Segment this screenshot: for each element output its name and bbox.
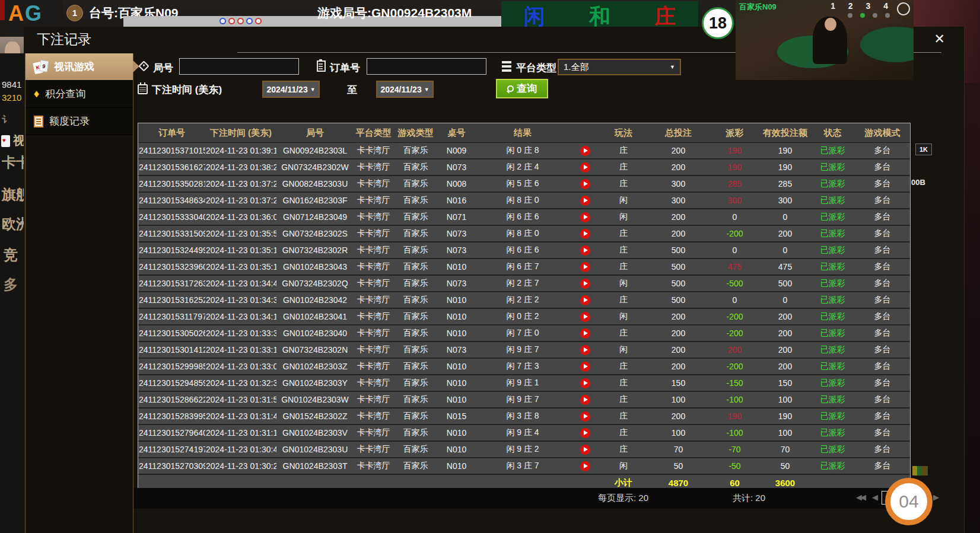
countdown-ball: 18 bbox=[702, 7, 734, 39]
valid-bet: 100 bbox=[760, 391, 810, 408]
table-no: N016 bbox=[438, 192, 475, 209]
valid-bet: 100 bbox=[760, 425, 810, 441]
total-bet: 100 bbox=[647, 425, 709, 441]
platform-type-select[interactable]: 1.全部 ▼ bbox=[558, 59, 681, 75]
replay bbox=[570, 308, 600, 325]
payout: -100 bbox=[709, 425, 760, 441]
order-no: 241123015294859 bbox=[138, 375, 205, 391]
replay-button[interactable] bbox=[580, 378, 590, 388]
records-table: 订单号下注时间 (美东)局号平台类型游戏类型桌号结果玩法总投注派彩有效投注额状态… bbox=[138, 123, 910, 508]
bet-time: 2024-11-23 01:33:37 bbox=[205, 325, 276, 341]
play-side: 闲 bbox=[600, 275, 647, 292]
round-no: GN01024B2303Y bbox=[276, 375, 354, 391]
game-mode: 多台 bbox=[855, 275, 910, 292]
valid-bet: 0 bbox=[760, 209, 810, 225]
close-icon[interactable]: ✕ bbox=[934, 33, 945, 46]
status: 已派彩 bbox=[810, 225, 855, 242]
sidebar-item-points-query[interactable]: ♦ 积分查询 bbox=[26, 81, 133, 108]
replay-button[interactable] bbox=[580, 162, 590, 173]
sidebar-item-quota-records[interactable]: 额度记录 bbox=[26, 108, 133, 135]
table-row: 2411230153710152024-11-23 01:39:13GN0092… bbox=[138, 143, 910, 159]
replay-button[interactable] bbox=[580, 345, 590, 355]
col-header-replay bbox=[570, 123, 600, 143]
order-no-input[interactable] bbox=[367, 58, 486, 75]
order-no: 241123015279640 bbox=[138, 425, 205, 441]
col-header-round-no: 局号 bbox=[276, 123, 354, 143]
table-no: N073 bbox=[438, 159, 475, 175]
valid-bet: 70 bbox=[760, 441, 810, 458]
replay-button[interactable] bbox=[580, 229, 590, 239]
col-header-game-type: 游戏类型 bbox=[393, 123, 438, 143]
prev-page-button[interactable]: ◀ bbox=[872, 493, 878, 502]
round-no: GN01024B2303U bbox=[276, 441, 354, 458]
game-type: 百家乐 bbox=[393, 175, 438, 192]
search-button[interactable]: 查询 bbox=[496, 79, 548, 98]
order-no: 241123015361627 bbox=[138, 159, 205, 175]
play-side: 庄 bbox=[600, 325, 647, 341]
replay-button[interactable] bbox=[580, 146, 590, 156]
sidebar-item-label: 额度记录 bbox=[49, 114, 90, 128]
game-mode: 多台 bbox=[855, 341, 910, 358]
valid-bet: 190 bbox=[760, 143, 810, 159]
col-header-total-bet: 总投注 bbox=[647, 123, 709, 143]
replay-button[interactable] bbox=[580, 179, 590, 189]
table-header-row: 订单号下注时间 (美东)局号平台类型游戏类型桌号结果玩法总投注派彩有效投注额状态… bbox=[138, 123, 910, 143]
valid-bet: 300 bbox=[760, 192, 810, 209]
result: 闲 7 庄 3 bbox=[475, 358, 570, 375]
result: 闲 0 庄 2 bbox=[475, 308, 570, 325]
roadmap-dots bbox=[219, 18, 262, 24]
round-no: GN01024B2303Z bbox=[276, 358, 354, 375]
modal-title: 下注记录 bbox=[37, 30, 91, 49]
game-type: 百家乐 bbox=[393, 391, 438, 408]
platform-type: 卡卡湾厅 bbox=[354, 408, 393, 425]
replay-button[interactable] bbox=[580, 445, 590, 455]
bet-records-modal: 下注记录 ✕ K9 视讯游戏 ♦ 积分查询 额度记录 局号 订单号 平台类型 bbox=[24, 27, 965, 533]
result: 闲 7 庄 0 bbox=[475, 325, 570, 341]
tag-icon bbox=[138, 60, 149, 71]
order-no: 241123015305026 bbox=[138, 325, 205, 341]
replay-button[interactable] bbox=[580, 362, 590, 372]
date-to-picker[interactable]: 2024/11/23 ▼ bbox=[376, 81, 434, 98]
replay-button[interactable] bbox=[580, 395, 590, 405]
sidebar-item-video-games[interactable]: K9 视讯游戏 bbox=[26, 53, 133, 81]
replay-button[interactable] bbox=[580, 428, 590, 438]
total-bet: 200 bbox=[647, 143, 709, 159]
replay-button[interactable] bbox=[580, 196, 590, 206]
records-table-wrap: 订单号下注时间 (美东)局号平台类型游戏类型桌号结果玩法总投注派彩有效投注额状态… bbox=[138, 123, 911, 509]
replay-button[interactable] bbox=[580, 245, 590, 256]
order-no: 241123015371015 bbox=[138, 143, 205, 159]
play-side: 庄 bbox=[600, 175, 647, 192]
replay-button[interactable] bbox=[580, 262, 590, 272]
order-no: 241123015283995 bbox=[138, 408, 205, 425]
replay-button[interactable] bbox=[580, 411, 590, 422]
play-side: 闲 bbox=[600, 209, 647, 225]
game-mode: 多台 bbox=[855, 441, 910, 458]
payout: 285 bbox=[709, 175, 760, 192]
payout: -200 bbox=[709, 358, 760, 375]
bet-time: 2024-11-23 01:36:01 bbox=[205, 209, 276, 225]
round-no: GN01024B23042 bbox=[276, 292, 354, 308]
replay-button[interactable] bbox=[580, 295, 590, 305]
round-no: GN01024B23043 bbox=[276, 258, 354, 275]
video-circle-button[interactable] bbox=[897, 2, 910, 15]
playing-cards-icon: K9 bbox=[34, 60, 48, 74]
status: 已派彩 bbox=[810, 341, 855, 358]
replay-button[interactable] bbox=[580, 212, 590, 222]
number-ball: 04 bbox=[885, 478, 933, 525]
total-bet: 100 bbox=[647, 391, 709, 408]
round-no-input[interactable] bbox=[179, 58, 299, 75]
valid-bet: 500 bbox=[760, 275, 810, 292]
date-from-picker[interactable]: 2024/11/23 ▼ bbox=[262, 81, 320, 98]
first-page-button[interactable]: ◀◀ bbox=[856, 493, 864, 502]
replay-button[interactable] bbox=[580, 328, 590, 339]
game-mode: 多台 bbox=[855, 358, 910, 375]
replay-button[interactable] bbox=[580, 279, 590, 289]
result: 闲 6 庄 6 bbox=[475, 242, 570, 258]
table-no: N073 bbox=[438, 225, 475, 242]
replay-button[interactable] bbox=[580, 312, 590, 322]
game-type: 百家乐 bbox=[393, 209, 438, 225]
live-video-panel: 百家乐N09 1 2 3 4 bbox=[736, 0, 914, 80]
replay-button[interactable] bbox=[580, 461, 590, 471]
next-page-button[interactable]: ▶ bbox=[933, 493, 939, 502]
platform-type: 卡卡湾厅 bbox=[354, 292, 393, 308]
